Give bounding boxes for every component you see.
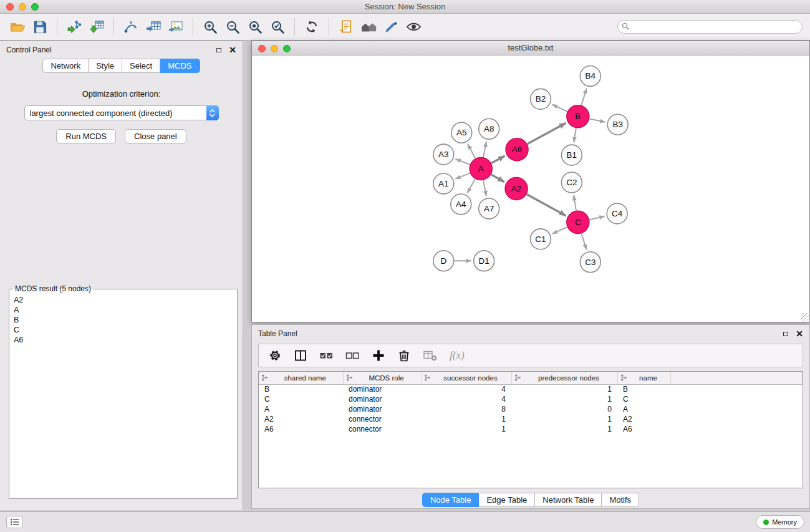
node-D[interactable]: D bbox=[433, 251, 454, 271]
show-graphics-details-button[interactable] bbox=[402, 16, 425, 37]
column-header-shared-name[interactable]: shared name bbox=[259, 372, 343, 384]
trash-icon[interactable] bbox=[397, 349, 411, 362]
new-table-button[interactable] bbox=[142, 16, 165, 37]
node-A1[interactable]: A1 bbox=[433, 173, 454, 194]
table-row[interactable]: A2connector11A2 bbox=[259, 414, 803, 424]
column-header-name[interactable]: name bbox=[617, 372, 670, 384]
edge-C-C3[interactable] bbox=[582, 233, 587, 249]
add-row-icon[interactable] bbox=[372, 349, 385, 362]
node-A[interactable]: A bbox=[470, 158, 492, 180]
node-A2[interactable]: A2 bbox=[505, 178, 528, 200]
import-network-button[interactable] bbox=[63, 16, 85, 37]
column-header-successor-nodes[interactable]: successor nodes bbox=[421, 372, 511, 384]
criterion-dropdown[interactable]: largest connected component (directed) bbox=[24, 105, 219, 120]
edge-B-B3[interactable] bbox=[589, 119, 605, 122]
tab-node-table[interactable]: Node Table bbox=[422, 493, 480, 507]
open-session-button[interactable] bbox=[6, 16, 29, 37]
save-session-button[interactable] bbox=[29, 16, 51, 37]
node-A5[interactable]: A5 bbox=[451, 122, 472, 143]
node-A7[interactable]: A7 bbox=[479, 198, 499, 219]
zoom-selected-button[interactable] bbox=[266, 16, 289, 37]
task-history-button[interactable] bbox=[6, 516, 23, 528]
mcds-result-item[interactable]: B bbox=[11, 315, 236, 325]
close-window-button[interactable] bbox=[6, 3, 14, 11]
tab-select[interactable]: Select bbox=[122, 59, 160, 73]
edge-A-A3[interactable] bbox=[455, 159, 470, 165]
edge-A2-C[interactable] bbox=[527, 195, 566, 216]
close-panel-button[interactable]: Close panel bbox=[125, 129, 186, 143]
run-mcds-button[interactable]: Run MCDS bbox=[56, 129, 116, 143]
zoom-in-button[interactable] bbox=[199, 16, 221, 37]
tab-edge-table[interactable]: Edge Table bbox=[479, 493, 535, 507]
table-row[interactable]: Bdominator41B bbox=[259, 384, 803, 394]
edge-A-A1[interactable] bbox=[455, 173, 470, 179]
mcds-result-item[interactable]: A2 bbox=[11, 295, 236, 305]
tab-mcds[interactable]: MCDS bbox=[160, 59, 200, 73]
new-network-button[interactable] bbox=[120, 16, 142, 37]
paint-style-button[interactable] bbox=[380, 16, 402, 37]
edge-B-B2[interactable] bbox=[552, 105, 567, 112]
window-titlebar[interactable]: Session: New Session bbox=[0, 0, 810, 14]
minimize-network-button[interactable] bbox=[271, 45, 278, 52]
node-B1[interactable]: B1 bbox=[561, 145, 582, 165]
tab-network-table[interactable]: Network Table bbox=[535, 493, 602, 507]
column-header-mcds-role[interactable]: MCDS role bbox=[343, 372, 421, 384]
import-table-button[interactable] bbox=[85, 16, 108, 37]
node-D1[interactable]: D1 bbox=[474, 251, 494, 271]
edge-A-A2[interactable] bbox=[491, 175, 504, 182]
table-row[interactable]: Adominator80A bbox=[259, 404, 803, 414]
node-C2[interactable]: C2 bbox=[561, 172, 582, 193]
edge-B-B1[interactable] bbox=[574, 128, 576, 143]
node-A4[interactable]: A4 bbox=[451, 194, 471, 215]
zoom-out-button[interactable] bbox=[221, 16, 244, 37]
float-table-panel-icon[interactable] bbox=[783, 332, 788, 336]
node-B3[interactable]: B3 bbox=[607, 114, 628, 135]
node-A3[interactable]: A3 bbox=[433, 144, 454, 165]
first-neighbors-button[interactable] bbox=[335, 16, 357, 37]
edge-B-B4[interactable] bbox=[581, 88, 586, 105]
tab-style[interactable]: Style bbox=[89, 59, 122, 73]
select-all-icon[interactable] bbox=[319, 349, 334, 362]
minimize-window-button[interactable] bbox=[19, 3, 26, 11]
export-image-button[interactable] bbox=[165, 16, 187, 37]
refresh-button[interactable] bbox=[301, 16, 323, 37]
show-columns-icon[interactable] bbox=[294, 349, 307, 362]
tab-motifs[interactable]: Motifs bbox=[602, 493, 639, 507]
node-C4[interactable]: C4 bbox=[607, 203, 627, 224]
search-input[interactable] bbox=[617, 20, 803, 34]
node-B2[interactable]: B2 bbox=[531, 89, 551, 109]
close-panel-icon[interactable]: ✕ bbox=[229, 47, 236, 53]
node-C3[interactable]: C3 bbox=[580, 252, 600, 273]
zoom-window-button[interactable] bbox=[31, 3, 39, 11]
edge-A-A4[interactable] bbox=[467, 179, 475, 193]
mcds-result-item[interactable]: C bbox=[11, 325, 236, 335]
edge-A-A8[interactable] bbox=[483, 142, 486, 157]
hide-columns-icon[interactable] bbox=[423, 349, 438, 362]
edge-A-A7[interactable] bbox=[483, 180, 486, 196]
zoom-network-button[interactable] bbox=[283, 45, 291, 52]
network-canvas[interactable]: B4B2BB3A5A8A6A3B1AC2A1A2A4A7C4CC1DD1C3 bbox=[252, 56, 809, 322]
close-table-panel-icon[interactable]: ✕ bbox=[796, 331, 803, 337]
node-B4[interactable]: B4 bbox=[580, 65, 600, 86]
column-header-predecessor-nodes[interactable]: predecessor nodes bbox=[511, 372, 617, 384]
zoom-fit-button[interactable] bbox=[244, 16, 266, 37]
float-panel-icon[interactable] bbox=[216, 48, 221, 52]
close-network-button[interactable] bbox=[258, 45, 266, 52]
node-C[interactable]: C bbox=[567, 211, 589, 233]
node-B[interactable]: B bbox=[567, 105, 589, 128]
deselect-all-icon[interactable] bbox=[345, 349, 360, 362]
home-button[interactable] bbox=[357, 16, 380, 37]
edge-C-C4[interactable] bbox=[589, 216, 604, 220]
memory-button[interactable]: Memory bbox=[756, 515, 804, 529]
edge-A-A6[interactable] bbox=[491, 156, 505, 163]
edge-A-A5[interactable] bbox=[468, 144, 475, 158]
edge-C-C2[interactable] bbox=[574, 195, 576, 211]
mcds-result-item[interactable]: A bbox=[11, 305, 236, 315]
edge-C-C1[interactable] bbox=[552, 227, 567, 234]
network-window-titlebar[interactable]: testGlobe.txt bbox=[252, 41, 809, 56]
node-A6[interactable]: A6 bbox=[506, 138, 528, 161]
network-graph[interactable]: B4B2BB3A5A8A6A3B1AC2A1A2A4A7C4CC1DD1C3 bbox=[252, 56, 809, 322]
mcds-result-item[interactable]: A6 bbox=[11, 335, 236, 345]
tab-network[interactable]: Network bbox=[42, 59, 89, 73]
edge-A6-B[interactable] bbox=[528, 123, 566, 143]
